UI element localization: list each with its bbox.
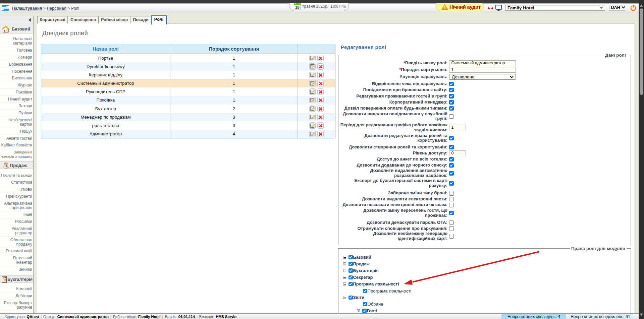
svg-text:!: ! [444, 5, 445, 10]
svg-text:28: 28 [295, 5, 299, 9]
